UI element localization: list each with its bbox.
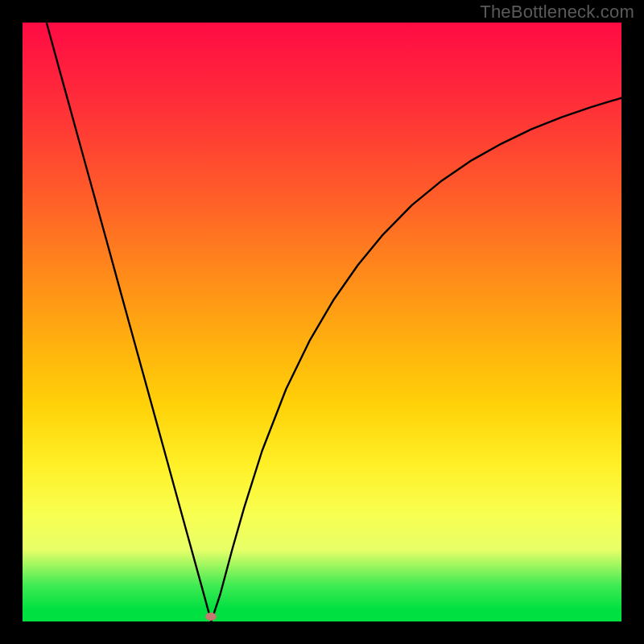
optimum-marker xyxy=(205,613,217,621)
bottleneck-curve-path xyxy=(47,23,621,621)
plot-area xyxy=(23,23,621,621)
chart-container: TheBottleneck.com xyxy=(0,0,644,644)
watermark-text: TheBottleneck.com xyxy=(480,2,634,23)
curve-svg xyxy=(23,23,621,621)
